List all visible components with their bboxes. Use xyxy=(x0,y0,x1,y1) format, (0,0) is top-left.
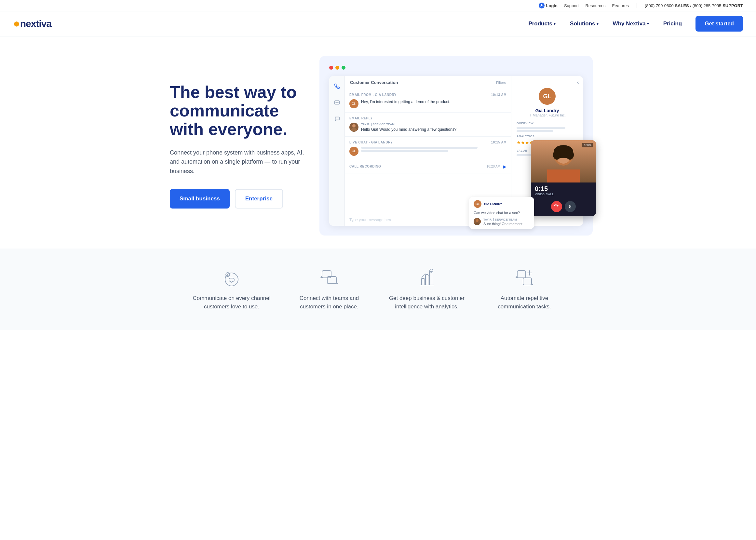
email-text: Hey, I'm interested in getting a demo of… xyxy=(361,99,507,105)
reply-content: TAY R. | SERVICE TEAM Hello Gia! Would y… xyxy=(361,123,507,132)
live-chat-content xyxy=(361,147,507,153)
video-timer: 0:15 xyxy=(535,185,554,193)
conv-title: Customer Conversation xyxy=(350,80,398,85)
feature-text-2: Connect with teams and customers in one … xyxy=(290,294,368,311)
popup-reply-row: TAY R. | SERVICE TEAM Sure thing! One mo… xyxy=(474,218,530,226)
svg-rect-21 xyxy=(430,271,432,285)
get-started-button[interactable]: Get started xyxy=(695,16,743,32)
login-label: Login xyxy=(546,3,558,8)
solutions-chevron-icon: ▾ xyxy=(597,22,598,26)
svg-point-14 xyxy=(225,273,238,286)
resources-link[interactable]: Resources xyxy=(585,3,605,8)
overview-label: OVERVIEW xyxy=(517,122,578,125)
video-call-label: VIDEO CALL xyxy=(535,193,554,196)
email-time: 10:13 AM xyxy=(491,93,507,97)
svg-point-7 xyxy=(553,150,561,160)
live-chat-label: LIVE CHAT - GIA LANDRY xyxy=(349,141,393,144)
phone-numbers: (800) 799-0600 SALES / (800) 285-7995 SU… xyxy=(645,3,743,8)
customer-role: IT Manager, Future Inc. xyxy=(517,113,578,117)
small-business-button[interactable]: Small business xyxy=(170,189,230,208)
svg-rect-24 xyxy=(523,278,532,285)
email-block: EMAIL FROM - GIA LANDRY 10:13 AM GL Hey,… xyxy=(345,89,511,112)
mute-button[interactable] xyxy=(565,201,576,212)
products-chevron-icon: ▾ xyxy=(554,22,556,26)
automation-icon xyxy=(515,268,534,288)
nav-products[interactable]: Products ▾ xyxy=(522,17,562,30)
svg-point-13 xyxy=(476,219,478,222)
phone-support-label: SUPPORT xyxy=(722,3,743,8)
hero-left: The best way to communicate with everyon… xyxy=(170,83,307,208)
feature-item-3: Get deep business & customer intelligenc… xyxy=(388,268,466,311)
main-nav: ●nextiva Products ▾ Solutions ▾ Why Next… xyxy=(0,11,756,37)
filters-button[interactable]: Filters xyxy=(496,81,506,84)
customer-avatar-large: GL xyxy=(539,88,556,105)
analytics-chart-icon xyxy=(417,268,437,288)
feature-item-2: Connect with teams and customers in one … xyxy=(290,268,368,311)
window-dot-red xyxy=(329,66,333,69)
popup-sender-name: GIA LANDRY xyxy=(484,202,502,205)
popup-reply-text: Sure thing! One moment. xyxy=(483,222,523,226)
support-link[interactable]: Support xyxy=(564,3,579,8)
window-dot-yellow xyxy=(335,66,339,69)
live-chat-block: LIVE CHAT - GIA LANDRY 10:15 AM GL xyxy=(345,137,511,160)
end-call-button[interactable] xyxy=(551,201,562,212)
analytics-label: ANALYTICS xyxy=(517,135,578,138)
top-bar: Login Support Resources Features (800) 7… xyxy=(0,0,756,11)
reply-block: EMAIL REPLY TAY R. | SERVICE TEAM Hello … xyxy=(345,112,511,137)
email-avatar: GL xyxy=(349,99,358,108)
chat-bubbles-icon xyxy=(319,268,339,288)
overview-skeleton-1 xyxy=(517,127,566,129)
svg-point-8 xyxy=(566,150,574,160)
hero-right: Customer Conversation Filters EMAIL FROM… xyxy=(319,56,593,235)
close-icon[interactable]: × xyxy=(576,80,579,85)
video-timer-area: 0:15 VIDEO CALL xyxy=(531,183,596,199)
mockup-container: Customer Conversation Filters EMAIL FROM… xyxy=(319,56,593,235)
sidebar-icons xyxy=(329,76,345,226)
login-link[interactable]: Login xyxy=(539,3,558,8)
popup-message: Can we video chat for a sec? xyxy=(474,210,530,215)
conv-header: Customer Conversation Filters xyxy=(345,76,511,89)
svg-point-2 xyxy=(352,124,355,127)
popup-avatar: GL xyxy=(474,200,481,208)
popup-tay-avatar xyxy=(474,218,481,225)
hero-section: The best way to communicate with everyon… xyxy=(150,37,606,248)
play-icon[interactable]: ▶ xyxy=(503,164,507,169)
chat-popup: GL GIA LANDRY Can we video chat for a se… xyxy=(469,197,534,229)
login-icon xyxy=(539,3,545,8)
why-nextiva-chevron-icon: ▾ xyxy=(647,22,649,26)
live-chat-time: 10:15 AM xyxy=(491,141,507,144)
chat-icon xyxy=(332,114,342,124)
reply-avatar xyxy=(349,123,358,132)
email-content: Hey, I'm interested in getting a demo of… xyxy=(361,99,507,105)
overview-skeleton-2 xyxy=(517,130,553,132)
divider xyxy=(637,3,637,8)
live-chat-avatar: GL xyxy=(349,147,358,156)
feature-item-1: Communicate on every channel customers l… xyxy=(192,268,271,311)
phone-sales-label: SALES xyxy=(675,3,689,8)
hero-subtitle: Connect your phone system with business … xyxy=(170,148,307,176)
nav-pricing[interactable]: Pricing xyxy=(658,17,688,30)
email-label: EMAIL FROM - GIA LANDRY xyxy=(349,93,397,97)
reply-label: EMAIL REPLY xyxy=(349,116,373,120)
features-section: Communicate on every channel customers l… xyxy=(0,248,756,330)
phone-icon xyxy=(332,81,342,91)
logo-area[interactable]: ●nextiva xyxy=(13,18,52,29)
phone-support-number: (800) 285-7995 xyxy=(693,3,721,8)
hero-buttons: Small business Enterprise xyxy=(170,189,307,208)
video-overlay: 100% 0:15 VIDEO CALL xyxy=(531,140,596,216)
nav-why-nextiva[interactable]: Why Nextiva ▾ xyxy=(607,17,655,30)
type-placeholder: Type your message here xyxy=(349,217,392,222)
video-percentage: 100% xyxy=(582,143,593,147)
nav-items: Products ▾ Solutions ▾ Why Nextiva ▾ Pri… xyxy=(522,16,743,32)
nav-solutions[interactable]: Solutions ▾ xyxy=(564,17,604,30)
chat-skeleton-1 xyxy=(361,147,477,149)
features-link[interactable]: Features xyxy=(612,3,629,8)
video-bg: 100% xyxy=(531,140,596,183)
email-icon xyxy=(332,97,342,107)
popup-reply-sender: TAY R. | SERVICE TEAM xyxy=(483,218,523,221)
svg-point-10 xyxy=(569,205,571,206)
svg-rect-20 xyxy=(426,275,428,285)
feature-text-3: Get deep business & customer intelligenc… xyxy=(388,294,466,311)
customer-name: Gia Landry xyxy=(517,108,578,113)
enterprise-button[interactable]: Enterprise xyxy=(235,189,283,208)
